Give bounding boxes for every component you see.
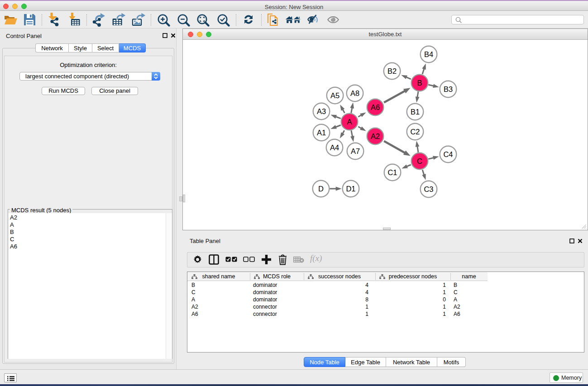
svg-text:A3: A3 (317, 107, 326, 115)
svg-text:A6: A6 (371, 103, 380, 111)
svg-text:C2: C2 (410, 128, 420, 136)
svg-text:A7: A7 (351, 147, 360, 155)
svg-text:C3: C3 (424, 185, 433, 193)
svg-text:D1: D1 (346, 185, 355, 193)
svg-text:B1: B1 (411, 108, 420, 116)
svg-text:B: B (417, 79, 422, 87)
svg-text:C: C (417, 157, 422, 165)
svg-text:D: D (318, 185, 324, 193)
svg-text:B3: B3 (444, 85, 453, 93)
svg-text:C4: C4 (443, 150, 453, 158)
svg-text:B4: B4 (424, 50, 433, 58)
svg-text:A1: A1 (317, 129, 326, 137)
svg-text:B2: B2 (387, 67, 397, 75)
svg-text:A8: A8 (350, 89, 359, 97)
svg-text:A: A (347, 118, 352, 126)
svg-text:A5: A5 (330, 91, 339, 100)
svg-text:A2: A2 (371, 132, 380, 140)
svg-text:C1: C1 (387, 168, 397, 176)
svg-text:A4: A4 (330, 143, 339, 152)
